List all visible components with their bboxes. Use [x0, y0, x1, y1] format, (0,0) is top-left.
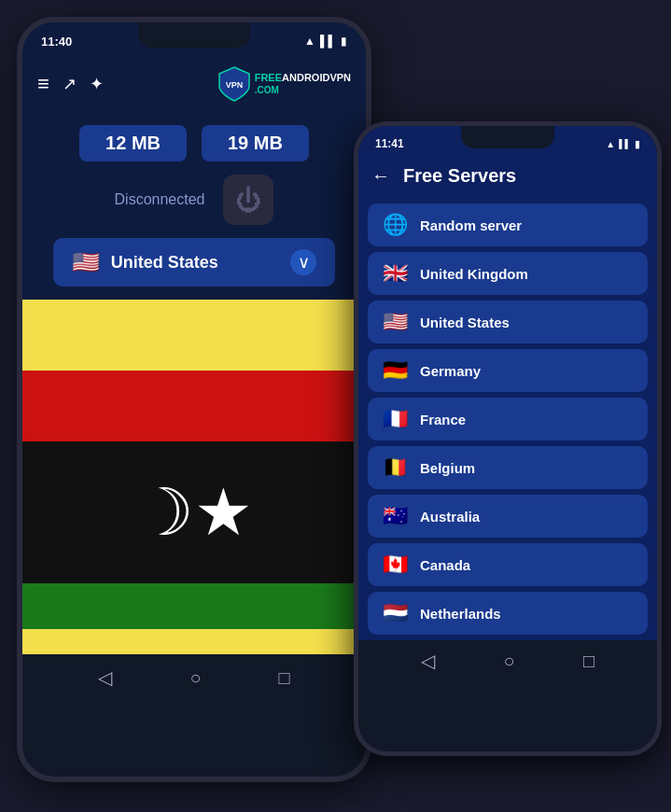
shield-icon: VPN: [217, 65, 251, 103]
server-flag: 🌐: [381, 213, 409, 237]
connection-status: Disconnected: [115, 191, 205, 208]
left-icons: ≡ ↗ ✦: [37, 72, 104, 96]
server-flag: 🇧🇪: [381, 455, 409, 480]
server-name: Canada: [420, 557, 470, 573]
app-body-1: 12 MB 19 MB Disconnected ⏻ 🇺🇸 United Sta…: [22, 112, 366, 300]
flag-stripe-yellow-bottom: [22, 629, 366, 654]
server-list-item[interactable]: 🌐Random server: [368, 203, 648, 246]
nav-home-2[interactable]: ○: [503, 651, 514, 672]
server-list-item[interactable]: 🇺🇸United States: [368, 301, 648, 343]
server-name: Australia: [420, 509, 480, 525]
nav-home-1[interactable]: ○: [189, 667, 201, 689]
server-list-item[interactable]: 🇨🇦Canada: [368, 543, 648, 586]
data-out-badge: 19 MB: [202, 125, 309, 161]
server-name: France: [420, 412, 466, 427]
share-icon[interactable]: ↗: [63, 74, 77, 94]
app-header-1: ≡ ↗ ✦ VPN FREEANDROIDVPN .COM: [22, 56, 366, 112]
nav-back-2[interactable]: ◁: [421, 650, 435, 672]
phone-nav-1: ◁ ○ □: [22, 654, 366, 701]
server-name: Belgium: [420, 460, 475, 476]
status-icons-2: ▲ ▌▌ ▮: [606, 138, 640, 150]
menu-icon[interactable]: ≡: [37, 72, 49, 96]
server-flag: 🇦🇺: [381, 504, 409, 528]
server-flag: 🇩🇪: [381, 358, 409, 383]
app-logo: VPN FREEANDROIDVPN .COM: [217, 65, 351, 103]
svg-text:VPN: VPN: [225, 80, 243, 90]
phone-nav-2: ◁ ○ □: [358, 640, 657, 681]
server-list: 🌐Random server🇬🇧United Kingdom🇺🇸United S…: [358, 198, 657, 640]
flag-stripe-red: [22, 371, 366, 441]
nav-recent-1[interactable]: □: [278, 667, 289, 689]
back-button[interactable]: ←: [371, 165, 390, 187]
server-flag: 🇨🇦: [381, 553, 409, 577]
nav-recent-2[interactable]: □: [583, 651, 594, 672]
status-icons-1: ▲ ▌▌ ▮: [304, 35, 347, 48]
server-flag: 🇳🇱: [381, 601, 409, 625]
country-selector[interactable]: 🇺🇸 United States ∨: [53, 238, 335, 287]
data-in-badge: 12 MB: [79, 125, 187, 161]
free-servers-title: Free Servers: [403, 165, 516, 187]
server-list-item[interactable]: 🇩🇪Germany: [368, 349, 648, 392]
selected-country: United States: [111, 253, 279, 273]
app-header-2: ← Free Servers: [358, 158, 657, 198]
chevron-down-icon: ∨: [290, 249, 316, 275]
star-icon[interactable]: ✦: [90, 74, 104, 94]
data-row: 12 MB 19 MB: [37, 125, 351, 161]
phone-2: 11:41 ▲ ▌▌ ▮ ← Free Servers 🌐Random serv…: [354, 121, 662, 756]
flag-stripe-black: ☽★: [22, 441, 366, 583]
notch-2: [461, 126, 554, 148]
power-button[interactable]: ⏻: [223, 175, 273, 225]
server-flag: 🇫🇷: [381, 407, 409, 431]
server-list-item[interactable]: 🇫🇷France: [368, 398, 648, 441]
time-1: 11:40: [41, 35, 72, 49]
selected-flag: 🇺🇸: [72, 249, 100, 275]
signal-icon: ▌▌: [320, 35, 336, 48]
server-name: United States: [420, 315, 510, 330]
server-flag: 🇬🇧: [381, 261, 409, 286]
phone-1: 11:40 ▲ ▌▌ ▮ ≡ ↗ ✦ VPN FREEANDROIDVPN .C…: [17, 17, 371, 782]
server-list-item[interactable]: 🇬🇧United Kingdom: [368, 252, 648, 295]
notch-1: [138, 22, 250, 49]
flag-stripe-green: [22, 583, 366, 629]
wifi-icon: ▲: [304, 35, 315, 48]
wifi-icon-2: ▲: [606, 139, 615, 149]
flag-display: ☽★: [22, 300, 366, 654]
server-name: United Kingdom: [420, 266, 528, 282]
flag-stripe-yellow-top: [22, 300, 366, 371]
server-flag: 🇺🇸: [381, 310, 409, 334]
server-name: Netherlands: [420, 606, 501, 622]
logo-text: FREEANDROIDVPN .COM: [255, 72, 351, 95]
connection-row: Disconnected ⏻: [37, 175, 351, 225]
battery-icon: ▮: [341, 35, 347, 48]
battery-icon-2: ▮: [635, 138, 640, 150]
crescent-moon-star: ☽★: [135, 474, 253, 551]
server-list-item[interactable]: 🇳🇱Netherlands: [368, 592, 648, 635]
nav-back-1[interactable]: ◁: [98, 666, 112, 689]
server-list-item[interactable]: 🇦🇺Australia: [368, 495, 648, 538]
server-name: Random server: [420, 217, 522, 233]
signal-icon-2: ▌▌: [619, 139, 631, 148]
time-2: 11:41: [375, 137, 404, 150]
server-list-item[interactable]: 🇧🇪Belgium: [368, 446, 648, 489]
server-name: Germany: [420, 363, 481, 379]
power-icon: ⏻: [235, 185, 261, 216]
